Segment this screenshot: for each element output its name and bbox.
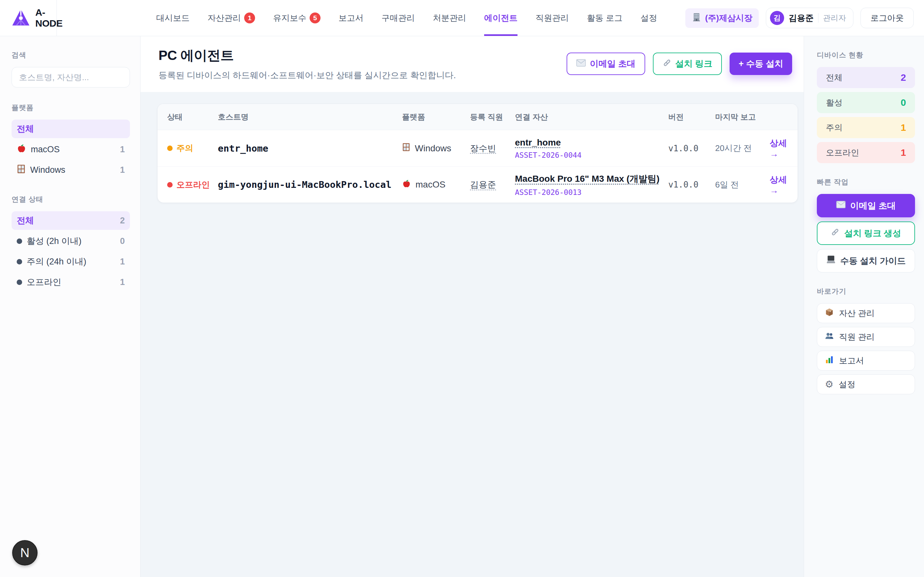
status-dot: [17, 239, 22, 244]
asset-id: ASSET-2026-0044: [515, 151, 668, 159]
main-nav: 대시보드 자산관리1 유지보수5 보고서 구매관리 처분관리 에이전트 직원관리…: [156, 0, 657, 36]
platform-filter-windows[interactable]: Windows 1: [11, 161, 130, 179]
link-icon: [662, 58, 672, 69]
status-dot: [17, 279, 22, 285]
page-header-band: PC 에이전트 등록된 디바이스의 하드웨어·소프트웨어·보안 상태를 실시간으…: [141, 36, 804, 92]
col-platform: 플랫폼: [402, 112, 470, 122]
top-header: A-NODE 대시보드 자산관리1 유지보수5 보고서 구매관리 처분관리 에이…: [0, 0, 924, 36]
asset-id: ASSET-2026-0013: [515, 188, 668, 197]
stat-offline-value: 1: [901, 147, 906, 158]
table-row[interactable]: 주의 entr_home Windows 장수빈: [158, 130, 798, 166]
status-badge: 오프라인: [167, 179, 218, 190]
company-name: (주)제삼시장: [705, 13, 752, 24]
nav-item-disposal[interactable]: 처분관리: [433, 0, 466, 36]
brand-name: A-NODE: [35, 7, 63, 29]
platform-cell: macOS: [402, 179, 470, 190]
logout-button[interactable]: 로그아웃: [861, 8, 914, 28]
header-right: (주)제삼시장 김 김용준 관리자 로그아웃: [685, 0, 924, 36]
shortcut-assets[interactable]: 자산 관리: [817, 303, 915, 323]
user-name: 김용준: [788, 13, 814, 24]
status-filter-active[interactable]: 활성 (2h 이내) 0: [11, 232, 130, 250]
company-chip[interactable]: (주)제삼시장: [685, 8, 759, 28]
nav-item-dashboard[interactable]: 대시보드: [156, 0, 190, 36]
status-filter-all[interactable]: 전체 2: [11, 211, 130, 230]
last-report: 6일 전: [715, 179, 770, 190]
asset-link[interactable]: MacBook Pro 16" M3 Max (개발팀): [515, 173, 659, 185]
offline-dot-icon: [167, 182, 173, 187]
main-content: PC 에이전트 등록된 디바이스의 하드웨어·소프트웨어·보안 상태를 실시간으…: [141, 36, 804, 577]
envelope-icon: [576, 59, 586, 69]
envelope-icon: [836, 201, 846, 211]
status-badge: 주의: [167, 143, 218, 154]
quick-actions-title: 빠른 작업: [817, 177, 915, 187]
platform-cell: Windows: [402, 143, 470, 154]
col-version: 버전: [668, 112, 715, 122]
hostname: gim-yongjun-ui-MacBookPro.local: [218, 179, 402, 190]
quick-manual-guide-button[interactable]: 수동 설치 가이드: [817, 249, 915, 272]
shortcuts-title: 바로가기: [817, 287, 915, 296]
dev-tools-badge[interactable]: N: [12, 540, 37, 566]
shortcut-reports[interactable]: 보고서: [817, 351, 915, 371]
gear-icon: ⚙: [825, 380, 834, 389]
laptop-icon: [826, 255, 836, 266]
nav-item-employees[interactable]: 직원관리: [535, 0, 569, 36]
stat-warning: 주의 1: [817, 117, 915, 138]
detail-link[interactable]: 상세 →: [770, 174, 788, 195]
nav-item-assets[interactable]: 자산관리1: [208, 0, 255, 36]
link-icon: [830, 227, 840, 239]
summary-sidebar: 디바이스 현황 전체 2 활성 0 주의 1 오프라인 1 빠른 작업 이메일 …: [804, 36, 924, 577]
apple-icon: [17, 143, 26, 155]
device-status-title: 디바이스 현황: [817, 50, 915, 60]
user-chip[interactable]: 김 김용준 관리자: [766, 8, 853, 28]
table-row[interactable]: 오프라인 gim-yongjun-ui-MacBookPro.local mac…: [158, 166, 798, 203]
last-report: 20시간 전: [715, 143, 770, 154]
user-chip-divider: [818, 13, 819, 23]
asset-link[interactable]: entr_home: [515, 137, 561, 148]
agents-table-card: 상태 호스트명 플랫폼 등록 직원 연결 자산 버전 마지막 보고 주의 ent…: [157, 103, 798, 203]
employee-link[interactable]: 김용준: [470, 179, 496, 190]
stat-total-value: 2: [901, 72, 906, 83]
detail-link[interactable]: 상세 →: [770, 137, 788, 159]
platform-filter-macos[interactable]: macOS 1: [11, 140, 130, 159]
install-link-button[interactable]: 설치 링크: [653, 53, 722, 75]
package-icon: [825, 308, 834, 319]
status-filter-warning[interactable]: 주의 (24h 이내) 1: [11, 252, 130, 271]
apple-icon: [402, 179, 411, 190]
assets-badge: 1: [244, 13, 255, 23]
agent-version: v1.0.0: [668, 180, 715, 189]
nav-item-activity-log[interactable]: 활동 로그: [587, 0, 622, 36]
page-shell: 검색 플랫폼 전체 macOS 1: [0, 36, 924, 577]
brand-logo[interactable]: A-NODE: [0, 0, 57, 36]
quick-email-invite-button[interactable]: 이메일 초대: [817, 194, 915, 218]
status-filter-offline[interactable]: 오프라인 1: [11, 273, 130, 292]
user-role: 관리자: [823, 13, 846, 23]
nav-item-maintenance[interactable]: 유지보수5: [273, 0, 320, 36]
search-section-label: 검색: [11, 50, 130, 60]
nav-item-agents[interactable]: 에이전트: [484, 0, 517, 36]
nav-item-settings[interactable]: 설정: [640, 0, 657, 36]
stat-offline: 오프라인 1: [817, 142, 915, 163]
col-status: 상태: [167, 112, 218, 122]
nav-item-purchasing[interactable]: 구매관리: [381, 0, 415, 36]
hostname: entr_home: [218, 143, 402, 154]
stat-active: 활성 0: [817, 92, 915, 113]
nav-item-reports[interactable]: 보고서: [338, 0, 363, 36]
agents-table-zone: 상태 호스트명 플랫폼 등록 직원 연결 자산 버전 마지막 보고 주의 ent…: [141, 92, 804, 203]
shortcut-settings[interactable]: ⚙ 설정: [817, 374, 915, 394]
page-title: PC 에이전트: [158, 47, 456, 64]
shortcut-employees[interactable]: 직원 관리: [817, 327, 915, 347]
asset-cell: MacBook Pro 16" M3 Max (개발팀) ASSET-2026-…: [515, 173, 668, 197]
asset-cell: entr_home ASSET-2026-0044: [515, 137, 668, 159]
platform-filter-all[interactable]: 전체: [11, 119, 130, 138]
email-invite-button[interactable]: 이메일 초대: [567, 53, 645, 75]
quick-install-link-button[interactable]: 설치 링크 생성: [817, 221, 915, 245]
manual-install-button[interactable]: + 수동 설치: [730, 53, 792, 75]
windows-icon: [17, 164, 26, 176]
search-input[interactable]: [11, 67, 130, 87]
status-dot: [17, 259, 22, 264]
status-section-label: 연결 상태: [11, 195, 130, 204]
employee-link[interactable]: 장수빈: [470, 143, 496, 154]
platform-section-label: 플랫폼: [11, 103, 130, 113]
maintenance-badge: 5: [310, 13, 320, 23]
warning-dot-icon: [167, 145, 173, 151]
